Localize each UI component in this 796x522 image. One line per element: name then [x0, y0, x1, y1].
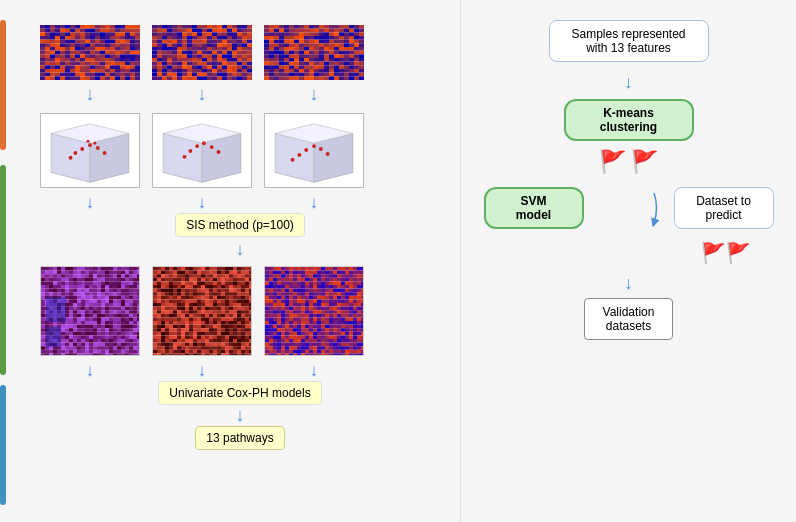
- coxph-arrows-row: ↓ ↓ ↓: [40, 360, 440, 381]
- sis-row: ↓ ↓ ↓: [40, 192, 440, 213]
- svg-point-29: [312, 144, 316, 148]
- svg-point-21: [217, 150, 221, 154]
- large-heatmap-2: [152, 266, 252, 356]
- svg-point-31: [326, 152, 330, 156]
- heatmap-2: [152, 25, 252, 80]
- arrow-4: ↓: [40, 192, 140, 213]
- kmeans-box: K-meansclustering: [564, 99, 694, 141]
- pathways-label: 13 pathways: [195, 426, 284, 450]
- pathways-label-container: 13 pathways: [40, 426, 440, 450]
- validation-box: Validationdatasets: [584, 298, 674, 340]
- svm-box: SVMmodel: [484, 187, 584, 229]
- sis-label: SIS method (p=100): [175, 213, 305, 237]
- arrow-7: ↓: [40, 239, 440, 260]
- heatmap-3: [264, 25, 364, 80]
- svg-point-5: [73, 151, 77, 155]
- sis-label-container: SIS method (p=100): [40, 213, 440, 237]
- arrow-8: ↓: [40, 360, 140, 381]
- left-panel: ↓ ↓ ↓: [0, 0, 460, 522]
- plot-row: [40, 113, 440, 188]
- svg-point-18: [195, 144, 199, 148]
- arrow-9: ↓: [152, 360, 252, 381]
- svg-point-26: [291, 158, 295, 162]
- top-heatmap-row: [40, 25, 440, 80]
- connector-svg: [599, 183, 659, 233]
- svg-point-10: [93, 142, 96, 145]
- plot-3d-2: [152, 113, 252, 188]
- svg-point-7: [88, 143, 92, 147]
- svg-point-6: [80, 147, 84, 151]
- large-heatmap-row: [40, 266, 440, 356]
- coxph-label-container: Univariate Cox-PH models: [40, 381, 440, 405]
- svg-point-30: [319, 147, 323, 151]
- heatmap-1: [40, 25, 140, 80]
- svg-point-20: [210, 145, 214, 149]
- main-container: ↓ ↓ ↓: [0, 0, 796, 522]
- svg-point-27: [297, 153, 301, 157]
- flag-icon-2-1: 🚩: [701, 241, 726, 265]
- arrow-3: ↓: [264, 84, 364, 105]
- svg-point-11: [87, 140, 90, 143]
- arrow-11: ↓: [40, 405, 440, 426]
- flags-row-1: 🚩 🚩: [476, 149, 781, 175]
- svm-row: SVMmodel Dataset topredict: [476, 183, 781, 233]
- svm-text: SVMmodel: [516, 194, 551, 222]
- svg-point-9: [103, 151, 107, 155]
- svg-point-16: [183, 155, 187, 159]
- svg-point-8: [96, 146, 100, 150]
- arrow-1: ↓: [40, 84, 140, 105]
- plot-3d-1: [40, 113, 140, 188]
- large-heatmap-1: [40, 266, 140, 356]
- arrow-right-2: ↓: [476, 273, 781, 294]
- svg-point-28: [304, 148, 308, 152]
- dataset-text: Dataset topredict: [696, 194, 751, 222]
- arrow-2: ↓: [152, 84, 252, 105]
- arrow-5: ↓: [152, 192, 252, 213]
- samples-box: Samples representedwith 13 features: [549, 20, 709, 62]
- flags-row-2: 🚩 🚩: [476, 241, 781, 265]
- large-heatmap-3: [264, 266, 364, 356]
- svg-point-17: [188, 149, 192, 153]
- validation-text: Validationdatasets: [603, 305, 655, 333]
- flag-icon-orange-1: 🚩: [599, 149, 626, 175]
- arrows-row-1: ↓ ↓ ↓: [40, 84, 440, 105]
- kmeans-container: K-meansclustering: [476, 99, 781, 141]
- validation-container: Validationdatasets: [476, 298, 781, 340]
- samples-box-container: Samples representedwith 13 features: [476, 20, 781, 62]
- coxph-label: Univariate Cox-PH models: [158, 381, 321, 405]
- svg-point-19: [202, 141, 206, 145]
- flag-icon-orange-2: 🚩: [631, 149, 658, 175]
- right-panel: Samples representedwith 13 features ↓ K-…: [460, 0, 796, 522]
- arrow-10: ↓: [264, 360, 364, 381]
- arrow-6: ↓: [264, 192, 364, 213]
- flag-icon-2-2: 🚩: [726, 241, 751, 265]
- arrow-right-1: ↓: [476, 72, 781, 93]
- kmeans-text: K-meansclustering: [600, 106, 657, 134]
- dataset-box: Dataset topredict: [674, 187, 774, 229]
- samples-text: Samples representedwith 13 features: [571, 27, 685, 55]
- plot-3d-3: [264, 113, 364, 188]
- svg-point-4: [69, 156, 73, 160]
